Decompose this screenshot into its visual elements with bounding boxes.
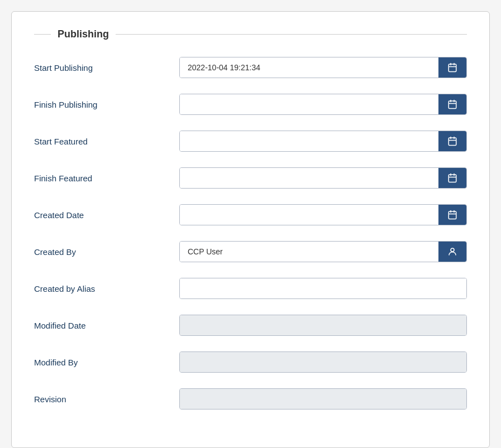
label-start-featured: Start Featured bbox=[34, 137, 179, 146]
title-line-left bbox=[34, 34, 51, 35]
svg-point-20 bbox=[451, 248, 454, 252]
label-created-by: Created By bbox=[34, 247, 179, 257]
form-rows: Start Publishing Finish Publishing Start… bbox=[34, 57, 467, 410]
input-finish-featured[interactable] bbox=[180, 168, 438, 188]
form-row-start-featured: Start Featured bbox=[34, 131, 467, 152]
svg-rect-12 bbox=[448, 175, 456, 182]
input-created-by-alias[interactable] bbox=[180, 278, 466, 298]
label-start-publishing: Start Publishing bbox=[34, 63, 179, 73]
form-row-modified-by: Modified By bbox=[34, 351, 467, 373]
user-button-created-by[interactable] bbox=[438, 242, 466, 262]
section-header: Publishing bbox=[34, 28, 467, 40]
input-group-start-publishing bbox=[179, 57, 467, 78]
form-row-created-by-alias: Created by Alias bbox=[34, 278, 467, 299]
input-group-created-date bbox=[179, 204, 467, 225]
calendar-button-start-featured[interactable] bbox=[438, 131, 466, 151]
label-modified-date: Modified Date bbox=[34, 321, 179, 330]
form-row-created-date: Created Date bbox=[34, 204, 467, 225]
label-revision: Revision bbox=[34, 394, 179, 404]
calendar-button-created-date[interactable] bbox=[438, 205, 466, 225]
label-created-by-alias: Created by Alias bbox=[34, 284, 179, 293]
input-group-created-by bbox=[179, 241, 467, 262]
input-modified-by bbox=[180, 352, 466, 372]
form-row-modified-date: Modified Date bbox=[34, 315, 467, 336]
input-modified-date bbox=[180, 315, 466, 335]
form-row-finish-featured: Finish Featured bbox=[34, 167, 467, 189]
svg-rect-0 bbox=[448, 64, 456, 72]
input-group-finish-featured bbox=[179, 167, 467, 189]
svg-rect-4 bbox=[448, 101, 456, 109]
input-group-start-featured bbox=[179, 131, 467, 152]
calendar-button-start-publishing[interactable] bbox=[438, 57, 466, 78]
input-group-finish-publishing bbox=[179, 94, 467, 115]
input-finish-publishing[interactable] bbox=[180, 94, 438, 114]
form-row-finish-publishing: Finish Publishing bbox=[34, 94, 467, 115]
calendar-button-finish-featured[interactable] bbox=[438, 168, 466, 188]
svg-rect-8 bbox=[448, 138, 456, 146]
calendar-button-finish-publishing[interactable] bbox=[438, 94, 466, 114]
label-created-date: Created Date bbox=[34, 210, 179, 220]
input-created-by[interactable] bbox=[180, 242, 438, 262]
input-group-created-by-alias bbox=[179, 278, 467, 299]
input-group-modified-date bbox=[179, 315, 467, 336]
input-start-featured[interactable] bbox=[180, 131, 438, 151]
svg-rect-16 bbox=[448, 211, 456, 219]
publishing-section: Publishing Start Publishing Finish Publi… bbox=[11, 11, 490, 448]
form-row-start-publishing: Start Publishing bbox=[34, 57, 467, 78]
input-group-modified-by bbox=[179, 351, 467, 373]
section-title: Publishing bbox=[51, 28, 116, 40]
label-modified-by: Modified By bbox=[34, 358, 179, 367]
input-start-publishing[interactable] bbox=[180, 57, 438, 78]
input-created-date[interactable] bbox=[180, 205, 438, 225]
form-row-created-by: Created By bbox=[34, 241, 467, 262]
label-finish-featured: Finish Featured bbox=[34, 174, 179, 183]
form-row-revision: Revision bbox=[34, 388, 467, 410]
title-line-right bbox=[116, 34, 467, 35]
label-finish-publishing: Finish Publishing bbox=[34, 100, 179, 109]
input-revision bbox=[180, 389, 466, 409]
input-group-revision bbox=[179, 388, 467, 410]
